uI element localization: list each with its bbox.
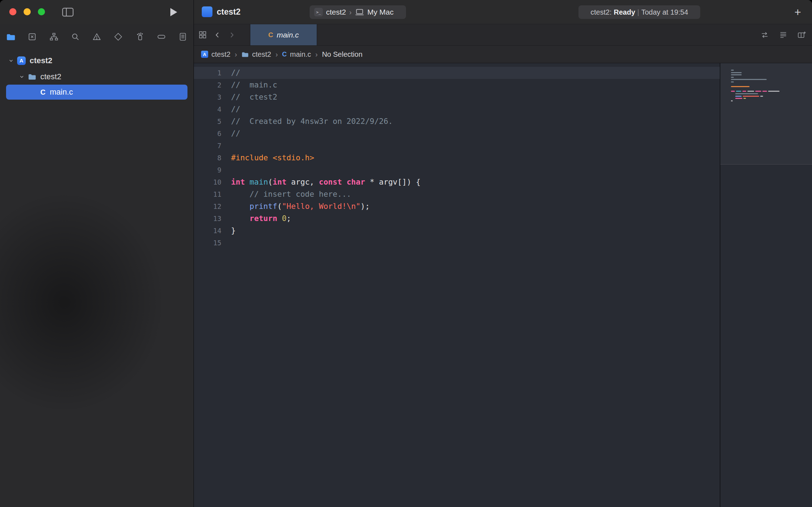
scheme-selector[interactable]: >_ ctest2 › My Mac [310, 5, 406, 19]
line-number: 12 [194, 200, 221, 212]
code-line[interactable]: 2// main.c [194, 79, 720, 91]
editor-options-icon[interactable] [779, 31, 788, 39]
editor-area: C main.c A ctest2 › [194, 24, 812, 507]
code-line[interactable]: 14} [194, 225, 720, 237]
minimize-window-button[interactable] [24, 8, 31, 15]
code-line[interactable]: 13 return 0; [194, 212, 720, 225]
report-navigator-icon[interactable] [177, 31, 189, 42]
minimap-line [731, 81, 812, 82]
line-number: 3 [194, 91, 221, 103]
minimap-line [731, 86, 812, 87]
project-app-icon: ctest2 [202, 6, 212, 17]
back-navigation-icon[interactable] [214, 31, 221, 39]
minimap-lines [720, 63, 812, 104]
code-line[interactable]: 8#include <stdio.h> [194, 152, 720, 164]
code-text: // ctest2 [231, 92, 277, 101]
code-line[interactable]: 10int main(int argc, const char * argv[]… [194, 176, 720, 188]
hierarchy-navigator-icon[interactable] [48, 31, 60, 42]
code-line[interactable]: 12 printf("Hello, World!\n"); [194, 200, 720, 212]
code-review-icon[interactable] [760, 31, 770, 39]
line-number: 11 [194, 188, 221, 200]
scheme-name[interactable]: ctest2 [326, 8, 346, 16]
line-number: 13 [194, 212, 221, 225]
run-button[interactable] [167, 6, 180, 18]
zoom-window-button[interactable] [38, 8, 45, 15]
tab-main-c[interactable]: C main.c [250, 24, 317, 45]
disclosure-chevron-icon[interactable] [8, 58, 14, 64]
minimap-line [731, 84, 812, 85]
minimap-line [731, 98, 812, 99]
sidebar-divider[interactable] [194, 0, 194, 507]
code-line[interactable]: 11 // insert code here... [194, 188, 720, 200]
breadcrumb-group[interactable]: ctest2 [241, 50, 271, 59]
navigator-tab-strip [0, 24, 194, 50]
minimap-line [731, 72, 812, 73]
status-separator: | [637, 8, 639, 16]
close-window-button[interactable] [9, 8, 16, 15]
scheme-target-icon: >_ [314, 8, 323, 16]
project-navigator-tree: A ctest2 ctest2 C main.c [0, 50, 194, 100]
test-navigator-icon[interactable] [112, 31, 124, 42]
minimap-line [731, 89, 812, 90]
code-text: // [231, 68, 240, 77]
code-line[interactable]: 5// Created by 4nsw3r on 2022/9/26. [194, 115, 720, 127]
toggle-sidebar-button[interactable] [61, 6, 75, 18]
code-line[interactable]: 15 [194, 237, 720, 249]
add-editor-split-icon[interactable] [797, 31, 806, 39]
code-text: // insert code here... [231, 190, 351, 199]
debug-navigator-icon[interactable] [134, 31, 146, 42]
code-line[interactable]: 4// [194, 103, 720, 115]
minimap[interactable] [720, 63, 812, 507]
code-line[interactable]: 6// [194, 127, 720, 140]
line-number: 15 [194, 237, 221, 249]
minimap-line [731, 93, 812, 94]
window-project-title: ctest2 [217, 7, 240, 17]
code-line[interactable]: 3// ctest2 [194, 91, 720, 103]
breadcrumb-file[interactable]: C main.c [282, 50, 311, 59]
code-line[interactable]: 1// [194, 67, 720, 79]
breakpoint-navigator-icon[interactable] [156, 31, 167, 42]
activity-status[interactable]: ctest2: Ready | Today at 19:54 [578, 5, 700, 19]
xcode-window: ctest2 ctest2 >_ ctest2 › My Mac ctest2:… [0, 0, 812, 507]
line-number: 10 [194, 176, 221, 188]
chevron-right-icon: › [349, 8, 352, 16]
project-navigator-icon[interactable] [5, 31, 16, 42]
find-navigator-icon[interactable] [70, 31, 81, 42]
jump-bar: A ctest2 › ctest2 › C main.c › No Select… [194, 46, 812, 63]
line-number: 14 [194, 225, 221, 237]
code-text: // [231, 129, 240, 138]
code-text: // [231, 105, 240, 114]
breadcrumb-project[interactable]: A ctest2 [201, 50, 230, 59]
minimap-line [731, 91, 812, 92]
line-number: 7 [194, 140, 221, 152]
tree-row-group[interactable]: ctest2 [0, 69, 194, 85]
c-file-icon: C [282, 51, 287, 58]
tree-file-label: main.c [50, 87, 73, 97]
related-items-grid-icon[interactable] [198, 30, 207, 39]
status-time: Today at 19:54 [641, 8, 688, 16]
line-number: 4 [194, 103, 221, 115]
status-project: ctest2: [591, 8, 612, 16]
minimap-line [731, 79, 812, 80]
library-add-button[interactable]: + [791, 6, 804, 19]
tab-label: main.c [277, 31, 299, 39]
minimap-line [731, 100, 812, 101]
line-number: 1 [194, 67, 221, 79]
breadcrumb-selection[interactable]: No Selection [322, 50, 362, 59]
issue-navigator-icon[interactable] [91, 31, 102, 42]
tree-row-project[interactable]: A ctest2 [0, 52, 194, 69]
forward-navigation-icon[interactable] [228, 31, 236, 39]
source-editor[interactable]: 1//2// main.c3// ctest24//5// Created by… [194, 63, 720, 507]
code-line[interactable]: 7 [194, 140, 720, 152]
x-square-navigator-icon[interactable] [26, 31, 38, 42]
chevron-right-icon: › [275, 50, 278, 59]
code-line[interactable]: 9 [194, 164, 720, 176]
tree-row-file-selected[interactable]: C main.c [6, 85, 187, 100]
tree-group-label: ctest2 [40, 72, 61, 81]
toolbar-main-section: ctest2 ctest2 >_ ctest2 › My Mac ctest2:… [194, 0, 812, 24]
disclosure-chevron-icon[interactable] [19, 74, 25, 80]
navigator-sidebar: A ctest2 ctest2 C main.c [0, 24, 194, 507]
line-number: 5 [194, 115, 221, 127]
line-number: 2 [194, 79, 221, 91]
run-destination[interactable]: My Mac [367, 8, 394, 16]
